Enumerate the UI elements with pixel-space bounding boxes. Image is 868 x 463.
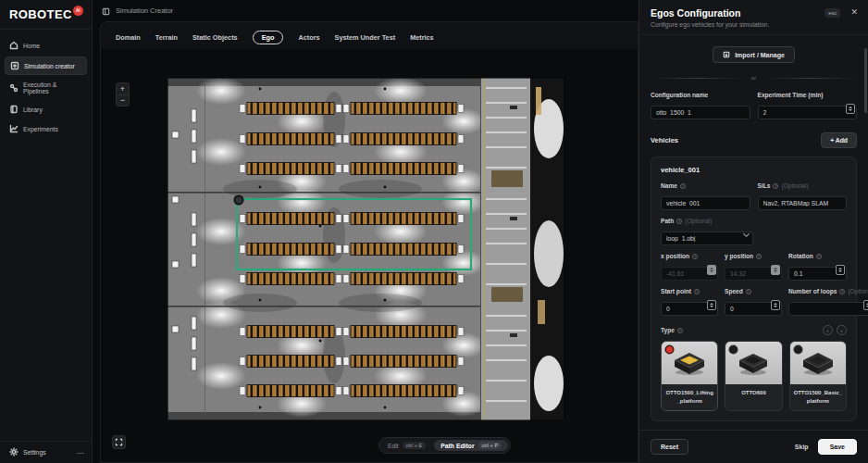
warehouse-map[interactable] <box>167 78 564 420</box>
x-position-stepper <box>707 265 716 275</box>
or-divider: or <box>651 75 857 81</box>
sidebar-item-execution-pipelines[interactable]: Execution & Pipelines <box>5 78 87 98</box>
fit-view-button[interactable] <box>112 435 126 449</box>
settings-label: Settings <box>23 449 46 456</box>
sidebar-item-label: Execution & Pipelines <box>23 81 82 94</box>
configuration-name-label: Configuration name <box>651 92 750 98</box>
brand-logo: ROBOTEC AI <box>0 0 92 30</box>
import-manage-button[interactable]: Import / Manage <box>713 46 795 63</box>
info-icon <box>756 254 762 259</box>
info-icon <box>816 254 822 259</box>
experiments-icon <box>9 124 19 133</box>
warehouse-map-svg[interactable] <box>167 78 564 420</box>
sidebar-item-label: Simulation creator <box>24 63 75 69</box>
add-vehicle-button[interactable]: + Add <box>821 132 857 148</box>
carousel-prev-icon[interactable]: ‹ <box>823 325 833 335</box>
info-icon <box>676 219 682 224</box>
path-start-marker[interactable] <box>234 195 242 204</box>
path-editor-shortcut: ctrl + P <box>478 442 502 449</box>
name-label: Name <box>661 182 750 189</box>
tab-domain[interactable]: Domain <box>116 31 141 44</box>
edit-mode-label: Edit <box>388 443 399 449</box>
sidebar-item-label: Home <box>23 43 40 49</box>
type-card-label: OTTO1500_Basic_platform <box>790 384 846 410</box>
type-card-otto1500-basic[interactable]: OTTO1500_Basic_platform <box>789 341 847 411</box>
type-card-otto1500-lifting[interactable]: OTTO1500_Lifting_platform <box>661 341 718 411</box>
carousel-next-icon[interactable]: › <box>837 325 847 335</box>
info-icon <box>839 289 845 294</box>
sils-input[interactable] <box>758 196 848 210</box>
vehicle-card: vehicle_001 Name SiLs (Optional) <box>651 156 857 421</box>
vehicle-thumbnail <box>790 342 846 384</box>
or-divider-text: or <box>751 75 756 81</box>
close-icon[interactable]: ✕ <box>850 7 858 17</box>
zoom-out-button[interactable]: − <box>117 94 129 106</box>
save-button[interactable]: Save <box>818 439 857 455</box>
type-card-otto600[interactable]: OTTO600 <box>725 341 782 411</box>
edit-mode-shortcut: ctrl + E <box>403 442 427 449</box>
skip-button[interactable]: Skip <box>795 444 809 450</box>
app-root: ROBOTEC AI Home Simulation creator Exe <box>0 0 868 463</box>
sidebar-item-settings[interactable]: Settings <box>9 447 77 457</box>
panel-body: Import / Manage or Configuration name Ex… <box>639 35 868 430</box>
sidebar-bottom: Settings — <box>0 441 92 463</box>
tab-static-objects[interactable]: Static Objects <box>192 31 238 44</box>
number-of-loops-input[interactable] <box>788 302 868 316</box>
sidebar-item-library[interactable]: Library <box>5 101 87 118</box>
sidebar-item-experiments[interactable]: Experiments <box>5 120 87 137</box>
workspace: Domain Terrain Static Objects Ego Actors… <box>100 21 639 463</box>
vehicle-name-input[interactable] <box>661 196 750 210</box>
vehicles-heading: Vehicles <box>651 136 678 144</box>
topbar: Simulation Creator <box>93 0 639 21</box>
tab-metrics[interactable]: Metrics <box>410 31 434 44</box>
sidebar-nav: Home Simulation creator Execution & Pipe… <box>0 30 92 144</box>
zoom-control: + − <box>116 82 130 106</box>
panel-scrollbar[interactable] <box>864 48 867 113</box>
tab-ego[interactable]: Ego <box>253 31 284 44</box>
info-icon <box>746 289 751 294</box>
info-icon <box>694 289 700 294</box>
tab-terrain[interactable]: Terrain <box>155 31 178 44</box>
tab-actors[interactable]: Actors <box>298 31 319 44</box>
info-icon <box>692 254 698 259</box>
path-label: Path (Optional) <box>661 218 753 224</box>
type-carousel-nav: ‹ › <box>823 325 847 335</box>
sils-label: SiLs (Optional) <box>758 182 848 189</box>
tab-system-under-test[interactable]: System Under Test <box>335 31 396 44</box>
rotation-stepper[interactable] <box>836 265 845 275</box>
main-area: Simulation Creator Domain Terrain Static… <box>93 0 639 463</box>
number-of-loops-stepper[interactable] <box>863 300 868 310</box>
speed-stepper[interactable] <box>771 300 780 310</box>
brand-name: ROBOTEC <box>9 7 72 21</box>
esc-badge: esc <box>825 8 840 18</box>
zoom-in-button[interactable]: + <box>117 83 129 94</box>
radio-selected-icon <box>666 346 673 353</box>
robot-render-icon <box>733 349 774 377</box>
speed-label: Speed <box>725 288 782 294</box>
x-position-label: x position <box>661 253 718 259</box>
window-icon <box>102 3 110 19</box>
edit-mode-button[interactable]: Edit ctrl + E <box>381 440 432 451</box>
sidebar: ROBOTEC AI Home Simulation creator Exe <box>0 0 93 463</box>
robot-render-icon <box>798 349 838 377</box>
sidebar-item-simulation-creator[interactable]: Simulation creator <box>5 56 87 75</box>
home-icon <box>9 41 19 50</box>
import-icon <box>723 51 730 58</box>
path-editor-mode-button[interactable]: Path Editor ctrl + P <box>434 440 508 451</box>
experiment-time-input[interactable] <box>758 106 858 119</box>
library-icon <box>9 105 19 114</box>
path-select[interactable] <box>661 232 753 245</box>
y-position-stepper <box>771 265 780 275</box>
experiment-time-stepper[interactable] <box>846 104 855 114</box>
number-of-loops-label: Number of loops (Optional) <box>788 288 868 294</box>
configuration-name-input[interactable] <box>651 106 750 119</box>
page-title: Simulation Creator <box>116 6 173 15</box>
fit-view-icon <box>115 438 123 446</box>
sidebar-collapse-icon[interactable]: — <box>77 448 84 457</box>
simulation-creator-icon <box>10 61 19 70</box>
info-icon <box>773 183 778 189</box>
reset-button[interactable]: Reset <box>651 439 688 455</box>
start-point-stepper[interactable] <box>707 300 716 310</box>
map-canvas[interactable]: + − Edit ctrl + E Path Editor <box>101 49 638 462</box>
sidebar-item-home[interactable]: Home <box>5 37 87 54</box>
